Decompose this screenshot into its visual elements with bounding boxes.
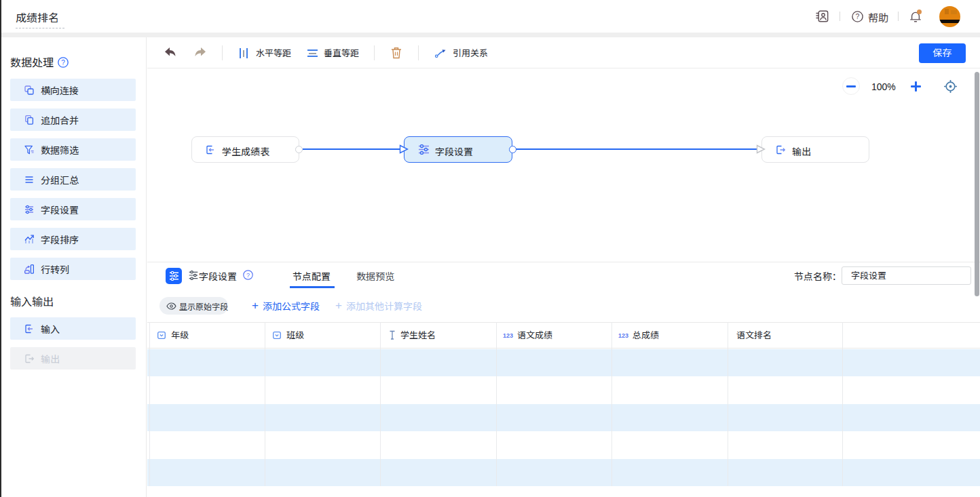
svg-text:?: ?	[856, 12, 860, 20]
svg-text:?: ?	[61, 59, 65, 66]
svg-text:?: ?	[246, 272, 250, 279]
